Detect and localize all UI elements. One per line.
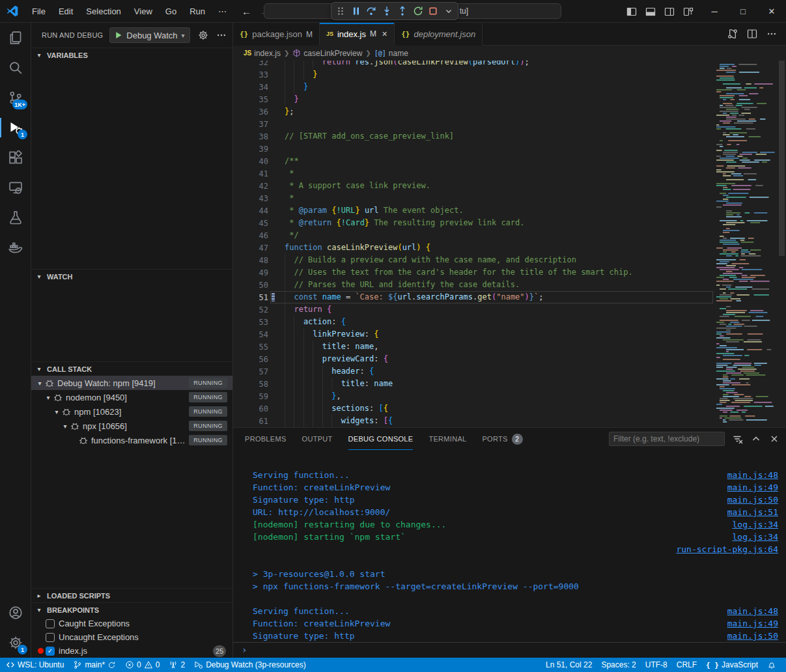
breadcrumb-item-index.js[interactable]: JSindex.js <box>244 49 281 58</box>
code-line-40[interactable]: 40/** <box>233 155 786 167</box>
line-number[interactable]: 37 <box>233 120 268 129</box>
console-source-link[interactable]: main.js:50 <box>727 495 778 505</box>
activity-run-and-debug[interactable]: 1 <box>0 113 31 143</box>
activity-testing[interactable] <box>0 203 31 232</box>
code-line-43[interactable]: 43 * <box>233 192 786 204</box>
tab-package.json[interactable]: {}package.jsonM <box>233 23 320 46</box>
breadcrumb-item-name[interactable]: [@]name <box>374 49 408 58</box>
activity-search[interactable] <box>0 53 31 83</box>
line-number[interactable]: 35 <box>233 95 268 104</box>
breakpoint-row[interactable]: ✓index.js25 <box>31 644 232 658</box>
editor-scrollbar[interactable] <box>778 61 786 427</box>
maximize-button[interactable]: □ <box>729 0 757 23</box>
line-number[interactable]: 48 <box>233 256 268 265</box>
tab-index.js[interactable]: JSindex.jsM✕ <box>320 23 395 46</box>
debug-console-input[interactable]: › <box>233 642 786 657</box>
menu-item-run[interactable]: Run <box>184 5 211 18</box>
debug-step-out-icon[interactable] <box>396 5 409 18</box>
code-line-53[interactable]: 53action: { <box>233 316 786 328</box>
console-source-link[interactable]: main.js:51 <box>727 507 778 517</box>
activity-source-control[interactable]: 1K+ <box>0 83 31 113</box>
line-number[interactable]: 44 <box>233 206 268 216</box>
filter-icon[interactable] <box>733 434 743 444</box>
breakpoint-checkbox[interactable]: ✓ <box>46 647 55 656</box>
code-line-55[interactable]: 55title: name, <box>233 341 786 353</box>
console-source-link[interactable]: run-script-pkg.js:64 <box>676 544 778 554</box>
status-ports[interactable]: 2 <box>164 658 189 672</box>
line-number[interactable]: 45 <box>233 219 268 228</box>
line-number[interactable]: 53 <box>233 318 268 327</box>
line-number[interactable]: 41 <box>233 169 268 178</box>
line-number[interactable]: 38 <box>233 132 268 141</box>
debug-chevron-down-icon[interactable] <box>442 5 455 18</box>
status-problems[interactable]: 00 <box>120 658 164 672</box>
line-number[interactable]: 60 <box>233 404 268 413</box>
more-actions-icon[interactable] <box>766 29 777 39</box>
activity-accounts[interactable] <box>0 598 31 628</box>
line-number[interactable]: 33 <box>233 70 268 79</box>
breakpoint-row[interactable]: Uncaught Exceptions <box>31 630 232 644</box>
open-changes-icon[interactable] <box>727 29 738 39</box>
status-cursor-position[interactable]: Ln 51, Col 22 <box>541 658 597 672</box>
code-line-54[interactable]: 54linkPreview: { <box>233 328 786 341</box>
console-source-link[interactable]: log.js:34 <box>733 520 778 529</box>
panel-tab-debug-console[interactable]: DEBUG CONSOLE <box>348 428 414 450</box>
line-number[interactable]: 46 <box>233 231 268 240</box>
line-number[interactable]: 58 <box>233 380 268 389</box>
go-back-icon[interactable]: ← <box>242 6 251 17</box>
line-number[interactable]: 59 <box>233 392 268 401</box>
code-line-57[interactable]: 57header: { <box>233 365 786 378</box>
minimap[interactable] <box>715 61 777 427</box>
section-call-stack[interactable]: ▾CALL STACK <box>31 361 232 376</box>
menu-item-file[interactable]: File <box>26 5 51 18</box>
line-number[interactable]: 32 <box>233 61 268 67</box>
sidebar-more-actions-icon[interactable] <box>216 30 227 40</box>
status-remote[interactable]: WSL: Ubuntu <box>1 658 68 672</box>
toggle-panel-icon[interactable] <box>645 7 656 17</box>
code-line-51[interactable]: 51const name = `Case: ${url.searchParams… <box>233 291 786 303</box>
code-line-36[interactable]: 36}; <box>233 105 786 118</box>
activity-settings[interactable]: 1 <box>0 628 31 658</box>
code-line-60[interactable]: 60sections: [{ <box>233 402 786 415</box>
code-line-37[interactable]: 37 <box>233 118 786 130</box>
console-source-link[interactable]: main.js:49 <box>727 619 778 628</box>
console-source-link[interactable]: main.js:48 <box>727 470 778 480</box>
customize-layout-icon[interactable] <box>683 7 694 17</box>
split-editor-icon[interactable] <box>747 29 757 39</box>
code-line-61[interactable]: 61widgets: [{ <box>233 415 786 427</box>
maximize-panel-icon[interactable] <box>751 434 761 444</box>
code-line-35[interactable]: 35} <box>233 93 786 105</box>
debug-config-dropdown[interactable]: Debug Watch ▾ <box>109 27 189 43</box>
line-number[interactable]: 56 <box>233 355 268 364</box>
activity-explorer[interactable] <box>0 23 31 53</box>
console-source-link[interactable]: log.js:34 <box>733 532 778 542</box>
breakpoint-row[interactable]: Caught Exceptions <box>31 617 232 630</box>
section-watch[interactable]: ▾WATCH <box>31 269 232 283</box>
line-number[interactable]: 54 <box>233 330 268 339</box>
code-line-32[interactable]: 32return res.json(caseLinkPreview(parsed… <box>233 61 786 68</box>
line-number[interactable]: 52 <box>233 305 268 315</box>
status-eol[interactable]: CRLF <box>672 658 701 672</box>
activity-extensions[interactable] <box>0 143 31 173</box>
code-line-34[interactable]: 34} <box>233 81 786 93</box>
debug-stop-icon[interactable] <box>427 5 440 18</box>
line-number[interactable]: 51 <box>233 293 268 302</box>
line-number[interactable]: 50 <box>233 281 268 290</box>
line-number[interactable]: 49 <box>233 268 268 277</box>
panel-tab-output[interactable]: OUTPUT <box>302 428 333 450</box>
status-branch[interactable]: main* <box>68 658 120 672</box>
call-stack-session[interactable]: ▾npm [10623]RUNNING <box>31 404 232 419</box>
menu-item-[interactable]: ⋯ <box>212 5 232 18</box>
call-stack-session[interactable]: ▾nodemon [9450]RUNNING <box>31 390 232 404</box>
code-line-52[interactable]: 52return { <box>233 303 786 316</box>
code-line-45[interactable]: 45 * @return {!Card} The resulting previ… <box>233 217 786 229</box>
status-encoding[interactable]: UTF-8 <box>641 658 672 672</box>
line-number[interactable]: 55 <box>233 343 268 352</box>
breakpoint-checkbox[interactable] <box>46 619 55 628</box>
line-number[interactable]: 40 <box>233 157 268 166</box>
code-line-58[interactable]: 58title: name <box>233 378 786 390</box>
console-filter-input[interactable] <box>609 432 725 446</box>
breadcrumb-item-caseLinkPreview[interactable]: caseLinkPreview <box>292 49 362 58</box>
panel-tab-problems[interactable]: PROBLEMS <box>245 428 287 450</box>
code-editor[interactable]: 32return res.json(caseLinkPreview(parsed… <box>233 61 786 427</box>
